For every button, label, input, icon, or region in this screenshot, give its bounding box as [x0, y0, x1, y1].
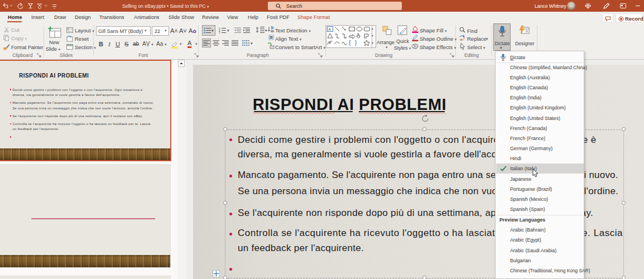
svg-text:b: b [463, 35, 465, 39]
svg-text:c: c [461, 38, 463, 41]
svg-text:A: A [328, 27, 331, 31]
svg-text:{: { [349, 40, 351, 46]
svg-text:}: } [355, 40, 357, 46]
svg-text:3: 3 [219, 31, 220, 33]
